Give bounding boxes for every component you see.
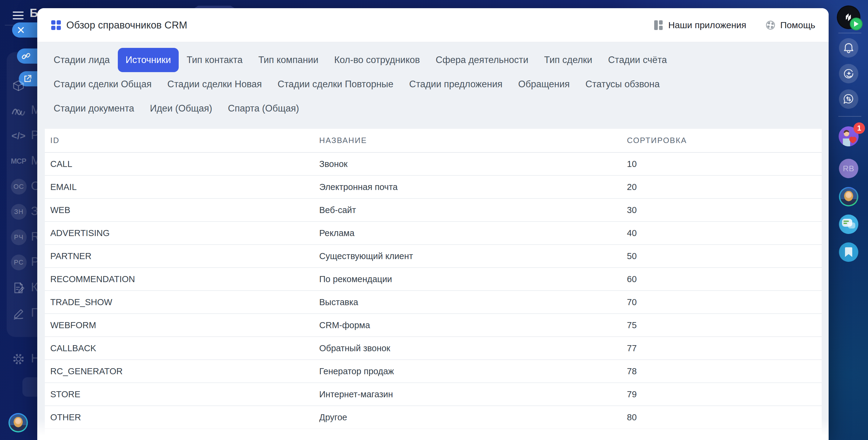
play-badge-icon[interactable]	[850, 18, 863, 30]
cell-id: TRADE_SHOW	[50, 297, 319, 307]
doc-edit-icon[interactable]	[10, 280, 27, 296]
cube-icon[interactable]	[10, 78, 27, 94]
chat-avatar-rb[interactable]: RB	[839, 159, 858, 178]
cell-sort: 20	[627, 182, 822, 192]
table-row[interactable]: PARTNER Существующий клиент 50	[45, 245, 822, 268]
cell-name: Электронная почта	[319, 182, 627, 192]
tab[interactable]: Стадии документа	[46, 96, 142, 121]
cell-id: WEBFORM	[50, 320, 319, 330]
cell-name: Выставка	[319, 297, 627, 307]
our-apps-button[interactable]: Наши приложения	[654, 20, 746, 30]
table-row[interactable]: CALL Звонок 10	[45, 153, 822, 176]
cell-id: RECOMMENDATION	[50, 274, 319, 284]
column-header-id: ID	[50, 136, 319, 145]
cell-sort: 80	[627, 412, 822, 422]
close-icon	[17, 25, 26, 34]
bell-icon	[843, 42, 854, 54]
code-icon[interactable]: </>	[10, 127, 27, 144]
cell-id: CALL	[50, 159, 319, 169]
cell-sort: 81	[627, 436, 822, 440]
tab[interactable]: Тип контакта	[179, 48, 250, 72]
tab[interactable]: Спарта (Общая)	[220, 96, 307, 121]
apps-grid-icon	[654, 20, 663, 30]
avatar-initials[interactable]: РС	[11, 255, 27, 270]
table-row[interactable]: CALLBACK Обратный звонок 77	[45, 337, 822, 360]
current-user-avatar[interactable]	[8, 413, 28, 433]
cell-sort: 77	[627, 343, 822, 353]
table-row[interactable]: TRADE_SHOW Выставка 70	[45, 291, 822, 314]
tab[interactable]: Тип сделки	[536, 48, 600, 72]
cell-name: Интернет-магазин	[319, 389, 627, 400]
grid-icon	[51, 20, 61, 30]
cell-name: Существующий клиент	[319, 251, 627, 261]
column-header-sort: СОРТИРОВКА	[627, 136, 822, 145]
chat-transfer-icon	[843, 93, 855, 105]
copilot-icon	[843, 68, 855, 79]
notification-count-badge: 1	[854, 122, 865, 134]
gear-icon[interactable]	[10, 351, 27, 367]
cell-sort: 10	[627, 159, 822, 169]
tab[interactable]: Источники	[118, 48, 179, 72]
table-row[interactable]: OTHER Другое 80	[45, 406, 822, 429]
chat-avatar-user[interactable]	[839, 187, 858, 206]
tab[interactable]: Стадии счёта	[600, 48, 675, 72]
portal-title-truncated: Б	[30, 7, 38, 20]
table-row[interactable]: RC_GENERATOR Генератор продаж 78	[45, 360, 822, 383]
table-body: CALL Звонок 10 EMAIL Электронная почта 2…	[45, 153, 822, 440]
tab[interactable]: Кол-во сотрудников	[326, 48, 428, 72]
directory-tabs: Стадии лидаИсточникиТип контактаТип комп…	[37, 42, 829, 121]
cell-id: BOOKING	[50, 436, 319, 440]
slider-header: Обзор справочников CRM Наши приложения П…	[37, 8, 829, 42]
tab[interactable]: Стадии сделки Новая	[160, 72, 270, 96]
tab[interactable]: Стадии лида	[46, 48, 118, 72]
tab[interactable]: Стадии сделки Повторные	[270, 72, 401, 96]
cell-name: Реклама	[319, 228, 627, 238]
mcp-icon[interactable]: MCP	[10, 153, 27, 169]
cell-sort: 40	[627, 228, 822, 238]
table-row[interactable]: BOOKING Онлайн-запись 81	[45, 429, 822, 440]
tab[interactable]: Обращения	[510, 72, 578, 96]
hamburger-menu-icon[interactable]	[13, 11, 24, 20]
help-button[interactable]: Помощь	[766, 20, 815, 30]
tab[interactable]: Сфера деятельности	[428, 48, 536, 72]
notifications-button[interactable]	[839, 38, 858, 58]
cell-sort: 70	[627, 297, 822, 307]
lifebuoy-icon	[766, 20, 775, 30]
table-row[interactable]: WEB Веб-сайт 30	[45, 199, 822, 222]
link-icon	[21, 51, 31, 61]
cell-id: EMAIL	[50, 182, 319, 192]
cell-name: Звонок	[319, 159, 627, 169]
cell-sort: 60	[627, 274, 822, 284]
avatar-initials[interactable]: РЧ	[11, 229, 27, 245]
table-row[interactable]: EMAIL Электронная почта 20	[45, 176, 822, 199]
avatar	[10, 414, 27, 431]
pencil-icon[interactable]	[10, 305, 27, 322]
tab[interactable]: Идеи (Общая)	[142, 96, 220, 121]
tab[interactable]: Стадии сделки Общая	[46, 72, 160, 96]
avatar-initials[interactable]: ОС	[11, 179, 27, 195]
table-row[interactable]: WEBFORM CRM-форма 75	[45, 314, 822, 337]
wave-logo-icon[interactable]	[10, 102, 27, 119]
menu-item-label[interactable]: К	[31, 280, 38, 294]
copilot-button[interactable]	[839, 64, 858, 83]
crm-directories-slider: Обзор справочников CRM Наши приложения П…	[37, 8, 829, 440]
tab[interactable]: Стадии предложения	[401, 72, 510, 96]
table-row[interactable]: STORE Интернет-магазин 79	[45, 383, 822, 406]
cell-id: WEB	[50, 205, 319, 215]
cell-name: Другое	[319, 412, 627, 422]
table-row[interactable]: RECOMMENDATION По рекомендации 60	[45, 268, 822, 291]
cell-name: Обратный звонок	[319, 343, 627, 353]
cell-id: PARTNER	[50, 251, 319, 261]
avatar-initials[interactable]: ЗН	[11, 204, 27, 220]
cell-id: ADVERTISING	[50, 228, 319, 238]
page-title: Обзор справочников CRM	[66, 20, 187, 31]
column-header-name: НАЗВАНИЕ	[319, 136, 627, 145]
table-row[interactable]: ADVERTISING Реклама 40	[45, 222, 822, 245]
tab[interactable]: Тип компании	[250, 48, 327, 72]
cell-name: Генератор продаж	[319, 366, 627, 376]
bookmarks-button[interactable]	[839, 242, 858, 262]
tab[interactable]: Статусы обзвона	[578, 72, 668, 96]
messenger-transfer-button[interactable]	[839, 89, 858, 109]
chat-bubbles-button[interactable]	[839, 214, 858, 234]
cell-sort: 79	[627, 389, 822, 400]
